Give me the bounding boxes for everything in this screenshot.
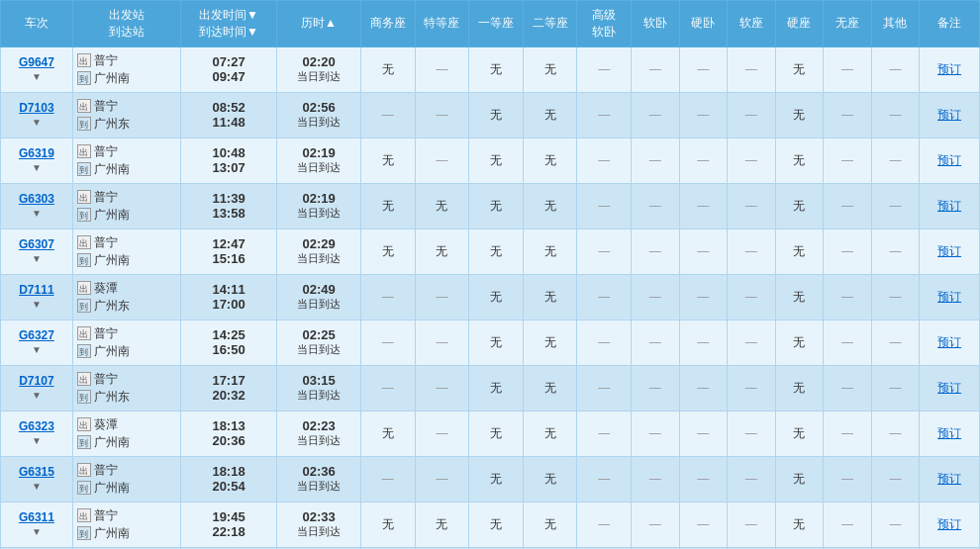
softseat-cell: — <box>728 365 776 411</box>
softseat-cell: — <box>728 502 776 547</box>
advseat-cell: — <box>577 320 632 365</box>
to-station-icon: 到 <box>77 208 91 222</box>
header-first: 一等座 <box>469 1 524 47</box>
other-cell: — <box>871 274 920 320</box>
from-station-icon: 出 <box>77 235 91 249</box>
note-value[interactable]: 预订 <box>937 244 961 258</box>
to-station: 广州南 <box>94 525 130 542</box>
biz-cell: 无 <box>361 183 416 229</box>
note-value[interactable]: 预订 <box>937 62 961 76</box>
note-value[interactable]: 预订 <box>937 290 961 304</box>
train-number[interactable]: G6319 <box>19 146 54 160</box>
note-value[interactable]: 预订 <box>937 199 961 213</box>
note-value[interactable]: 预订 <box>937 517 961 531</box>
arrive-day: 当日到达 <box>280 479 357 494</box>
noseat-cell: — <box>824 411 872 456</box>
hardbed-cell: — <box>679 411 728 456</box>
second-value: 无 <box>544 426 556 440</box>
first-value: 无 <box>490 62 502 76</box>
noseat-cell: — <box>824 229 872 274</box>
other-cell: — <box>871 320 920 365</box>
note-value[interactable]: 预订 <box>937 153 961 167</box>
arrive-day: 当日到达 <box>280 342 357 357</box>
to-station: 广州南 <box>94 480 130 497</box>
station-cell: 出 普宁 到 广州东 <box>72 92 180 137</box>
arrive-day: 当日到达 <box>280 388 357 403</box>
arrive-time: 13:07 <box>184 160 273 175</box>
special-cell: — <box>415 274 469 320</box>
biz-cell: 无 <box>361 411 416 456</box>
duration-value: 02:56 <box>280 100 357 115</box>
from-station: 普宁 <box>94 371 118 388</box>
station-cell: 出 普宁 到 广州东 <box>72 365 180 411</box>
softbed-cell: — <box>631 320 679 365</box>
train-number-cell: G6323▼ <box>1 411 73 456</box>
other-value: — <box>889 426 901 440</box>
first-cell: 无 <box>469 320 524 365</box>
other-value: — <box>889 199 901 213</box>
other-cell: — <box>871 137 920 183</box>
train-number[interactable]: G6315 <box>19 465 54 479</box>
note-value[interactable]: 预订 <box>937 381 961 395</box>
biz-value: — <box>382 290 394 304</box>
from-station: 普宁 <box>94 234 118 251</box>
biz-value: 无 <box>382 62 394 76</box>
table-row: G6303▼ 出 普宁 到 广州南 11:3913:5802:19当日到达无无无… <box>1 183 980 229</box>
train-number[interactable]: G6311 <box>19 510 54 524</box>
note-value[interactable]: 预订 <box>937 108 961 122</box>
train-number[interactable]: G6327 <box>19 328 54 342</box>
second-cell: 无 <box>523 46 577 92</box>
train-number[interactable]: D7103 <box>19 101 53 115</box>
special-cell: — <box>415 411 469 456</box>
time-cell: 07:2709:47 <box>181 46 277 92</box>
second-value: 无 <box>544 381 556 395</box>
duration-cell: 02:19当日到达 <box>277 183 361 229</box>
softbed-cell: — <box>631 365 679 411</box>
second-cell: 无 <box>523 502 577 547</box>
train-number[interactable]: G9647 <box>19 55 54 69</box>
softseat-value: — <box>745 62 757 76</box>
train-number-cell: G6319▼ <box>1 137 73 183</box>
other-cell: — <box>871 92 920 137</box>
duration-value: 03:15 <box>280 373 357 388</box>
note-cell: 预订 <box>920 92 980 137</box>
hardseat-value: 无 <box>793 426 805 440</box>
softseat-cell: — <box>728 320 776 365</box>
train-number[interactable]: D7111 <box>19 283 53 297</box>
to-station: 广州南 <box>94 70 130 87</box>
second-cell: 无 <box>523 365 577 411</box>
arrive-day: 当日到达 <box>280 206 357 221</box>
train-number[interactable]: G6307 <box>19 237 54 251</box>
header-duration[interactable]: 历时▲ <box>277 1 361 47</box>
noseat-value: — <box>841 290 853 304</box>
second-value: 无 <box>544 62 556 76</box>
noseat-value: — <box>841 426 853 440</box>
first-cell: 无 <box>469 365 524 411</box>
header-biz: 商务座 <box>361 1 416 47</box>
note-value[interactable]: 预订 <box>937 472 961 486</box>
time-cell: 14:2516:50 <box>181 320 277 365</box>
note-value[interactable]: 预订 <box>937 426 961 440</box>
time-cell: 18:1320:36 <box>181 411 277 456</box>
depart-time: 18:18 <box>184 464 273 479</box>
first-value: 无 <box>490 290 502 304</box>
second-value: 无 <box>544 153 556 167</box>
noseat-value: — <box>841 62 853 76</box>
header-time[interactable]: 出发时间▼到达时间▼ <box>181 1 277 47</box>
station-cell: 出 葵潭 到 广州东 <box>72 274 180 320</box>
header-special: 特等座 <box>415 1 469 47</box>
train-number[interactable]: G6323 <box>19 419 54 433</box>
station-cell: 出 普宁 到 广州南 <box>72 502 180 547</box>
to-station-icon: 到 <box>77 390 91 404</box>
softseat-value: — <box>745 472 757 486</box>
note-value[interactable]: 预订 <box>937 335 961 349</box>
note-cell: 预订 <box>920 456 980 502</box>
duration-cell: 02:20当日到达 <box>277 46 361 92</box>
softbed-cell: — <box>631 456 679 502</box>
softseat-cell: — <box>728 46 776 92</box>
train-number[interactable]: G6303 <box>19 192 54 206</box>
biz-value: 无 <box>382 199 394 213</box>
from-station: 普宁 <box>94 325 118 342</box>
train-number[interactable]: D7107 <box>19 374 53 388</box>
biz-cell: — <box>361 365 416 411</box>
